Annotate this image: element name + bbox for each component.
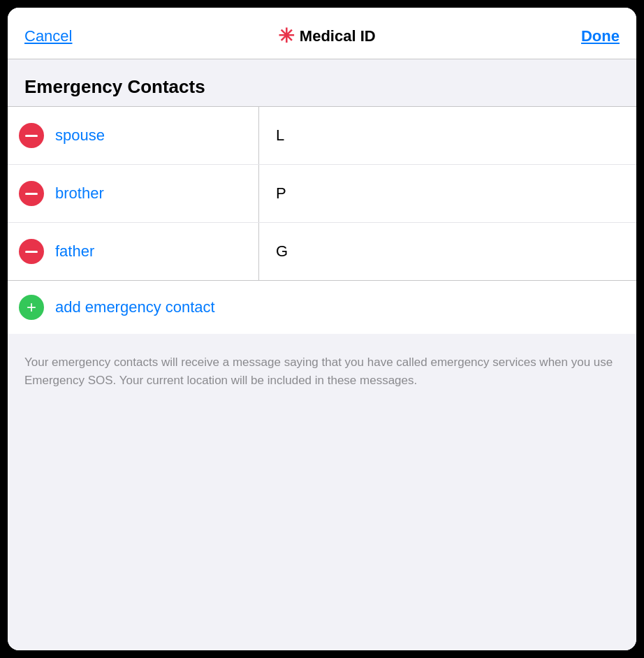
footer-note: Your emergency contacts will receive a m… — [8, 339, 636, 650]
contacts-list: spouse L brother P father G — [8, 106, 636, 281]
table-row: spouse L — [8, 107, 636, 165]
contact-left-father: father — [8, 223, 259, 280]
remove-contact-spouse-button[interactable] — [19, 123, 44, 148]
add-contact-label[interactable]: add emergency contact — [55, 298, 215, 316]
modal-title: ✳ Medical ID — [278, 24, 376, 47]
section-header: Emergency Contacts — [8, 59, 636, 106]
add-contact-button[interactable] — [19, 295, 44, 320]
contact-left-spouse: spouse — [8, 107, 259, 164]
remove-contact-brother-button[interactable] — [19, 181, 44, 206]
modal-header: Cancel ✳ Medical ID Done — [8, 8, 636, 59]
contact-left-brother: brother — [8, 165, 259, 222]
add-contact-row: add emergency contact — [8, 281, 636, 334]
table-row: brother P — [8, 165, 636, 223]
contact-value-father: G — [259, 242, 636, 261]
section-title: Emergency Contacts — [24, 76, 620, 98]
table-row: father G — [8, 223, 636, 280]
contact-value-spouse: L — [259, 126, 636, 145]
contact-value-brother: P — [259, 184, 636, 203]
footer-text: Your emergency contacts will receive a m… — [24, 353, 620, 389]
title-text: Medical ID — [300, 27, 376, 45]
remove-contact-father-button[interactable] — [19, 239, 44, 264]
done-button[interactable]: Done — [581, 27, 620, 45]
contact-label-father[interactable]: father — [55, 242, 94, 261]
cancel-button[interactable]: Cancel — [24, 27, 72, 45]
medical-asterisk-icon: ✳ — [278, 24, 294, 47]
modal-container: Cancel ✳ Medical ID Done Emergency Conta… — [8, 8, 636, 650]
contact-label-spouse[interactable]: spouse — [55, 126, 105, 145]
contact-label-brother[interactable]: brother — [55, 184, 104, 203]
